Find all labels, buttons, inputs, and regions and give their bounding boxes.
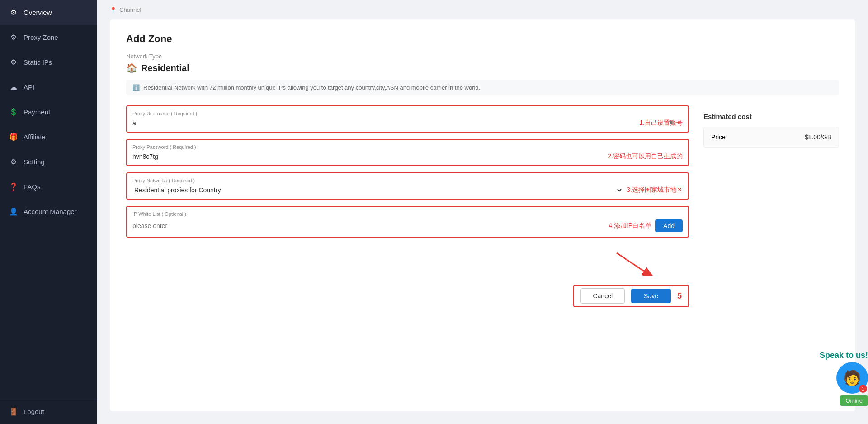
- price-label: Price: [711, 133, 726, 141]
- info-text: Residential Network with 72 million mont…: [143, 84, 480, 91]
- bottom-actions: Cancel Save 5: [126, 285, 689, 307]
- chat-widget[interactable]: Speak to us! 🧑 1 Online: [820, 351, 868, 406]
- cost-row: Price $8.00/GB: [703, 127, 839, 148]
- whitelist-hint: 4.添加IP白名单: [609, 222, 651, 230]
- api-icon: ☁: [9, 83, 18, 91]
- save-button[interactable]: Save: [631, 289, 671, 303]
- sidebar-item-api[interactable]: ☁ API: [0, 75, 97, 100]
- username-field-group: Proxy Username ( Required ) 1.自己设置账号: [126, 105, 689, 133]
- password-input[interactable]: [132, 153, 604, 160]
- add-zone-card: Add Zone Network Type 🏠 Residential ℹ️ R…: [110, 19, 855, 411]
- main-content: 📍 Channel Add Zone Network Type 🏠 Reside…: [97, 0, 868, 424]
- sidebar-item-logout[interactable]: 🚪 Logout: [0, 399, 97, 424]
- sidebar-item-affiliate[interactable]: 🎁 Affiliate: [0, 124, 97, 149]
- sidebar-item-static-ips[interactable]: ⚙ Static IPs: [0, 50, 97, 75]
- chat-label: Speak to us!: [820, 351, 868, 360]
- add-whitelist-button[interactable]: Add: [655, 219, 683, 232]
- networks-select[interactable]: Residential proxies for Country: [132, 186, 623, 194]
- whitelist-field-group: IP White List ( Optional ) 4.添加IP白名单 Add: [126, 206, 689, 238]
- sidebar-item-overview[interactable]: ⚙ Overview: [0, 0, 97, 25]
- whitelist-input-row: 4.添加IP白名单 Add: [132, 219, 683, 232]
- username-input-row: 1.自己设置账号: [132, 119, 683, 127]
- breadcrumb-icon: 📍: [110, 7, 117, 13]
- static-ips-icon: ⚙: [9, 58, 18, 67]
- save-area-box: Cancel Save 5: [573, 285, 689, 307]
- networks-hint: 3.选择国家城市地区: [627, 186, 683, 194]
- sidebar-label-api: API: [24, 83, 34, 91]
- form-columns: Proxy Username ( Required ) 1.自己设置账号 Pro…: [126, 105, 839, 307]
- residential-icon: 🏠: [126, 62, 137, 73]
- networks-field-group: Proxy Networks ( Required ) Residential …: [126, 172, 689, 200]
- sidebar-label-setting: Setting: [24, 158, 45, 166]
- proxy-zone-icon: ⚙: [9, 33, 18, 42]
- username-label: Proxy Username ( Required ): [132, 111, 683, 116]
- logout-icon: 🚪: [9, 407, 18, 416]
- form-right: Estimated cost Price $8.00/GB: [703, 105, 839, 307]
- annotation-area: [126, 244, 689, 276]
- info-icon: ℹ️: [132, 84, 140, 91]
- breadcrumb-text: Channel: [119, 6, 141, 13]
- sidebar-label-payment: Payment: [24, 108, 50, 116]
- chat-online[interactable]: Online: [840, 395, 868, 406]
- breadcrumb: 📍 Channel: [97, 0, 868, 19]
- chat-avatar[interactable]: 🧑 1: [836, 362, 868, 394]
- networks-label: Proxy Networks ( Required ): [132, 178, 683, 183]
- whitelist-label: IP White List ( Optional ): [132, 211, 683, 217]
- faqs-icon: ❓: [9, 182, 18, 191]
- network-type-row: 🏠 Residential: [126, 62, 839, 73]
- networks-input-row: Residential proxies for Country 3.选择国家城市…: [132, 186, 683, 194]
- sidebar-label-affiliate: Affiliate: [24, 133, 46, 141]
- chat-badge: 1: [859, 385, 867, 393]
- svg-line-1: [617, 253, 644, 271]
- network-name: Residential: [141, 63, 189, 73]
- sidebar-label-faqs: FAQs: [24, 183, 41, 191]
- sidebar-item-faqs[interactable]: ❓ FAQs: [0, 174, 97, 199]
- page-title: Add Zone: [126, 33, 839, 45]
- setting-icon: ⚙: [9, 157, 18, 166]
- sidebar-item-payment[interactable]: 💲 Payment: [0, 100, 97, 124]
- password-label: Proxy Password ( Required ): [132, 144, 683, 150]
- network-type-label: Network Type: [126, 53, 839, 60]
- sidebar: ⚙ Overview ⚙ Proxy Zone ⚙ Static IPs ☁ A…: [0, 0, 97, 424]
- sidebar-label-account-manager: Account Manager: [24, 208, 77, 215]
- whitelist-input[interactable]: [132, 222, 605, 229]
- account-manager-icon: 👤: [9, 207, 18, 216]
- payment-icon: 💲: [9, 108, 18, 116]
- overview-icon: ⚙: [9, 8, 18, 17]
- username-input[interactable]: [132, 119, 636, 127]
- cost-title: Estimated cost: [703, 113, 839, 120]
- form-left: Proxy Username ( Required ) 1.自己设置账号 Pro…: [126, 105, 689, 307]
- affiliate-icon: 🎁: [9, 133, 18, 141]
- password-hint: 2.密码也可以用自己生成的: [608, 152, 683, 161]
- sidebar-item-proxy-zone[interactable]: ⚙ Proxy Zone: [0, 25, 97, 50]
- sidebar-label-overview: Overview: [24, 9, 52, 16]
- step-number: 5: [677, 291, 682, 301]
- sidebar-label-static-ips: Static IPs: [24, 58, 52, 66]
- price-value: $8.00/GB: [805, 133, 831, 141]
- cost-section: Estimated cost Price $8.00/GB: [703, 105, 839, 148]
- password-field-group: Proxy Password ( Required ) 2.密码也可以用自己生成…: [126, 139, 689, 166]
- username-hint: 1.自己设置账号: [639, 119, 683, 127]
- sidebar-item-setting[interactable]: ⚙ Setting: [0, 149, 97, 174]
- sidebar-item-account-manager[interactable]: 👤 Account Manager: [0, 199, 97, 224]
- cancel-button[interactable]: Cancel: [580, 288, 625, 304]
- sidebar-label-logout: Logout: [24, 408, 44, 415]
- info-banner: ℹ️ Residential Network with 72 million m…: [126, 80, 839, 95]
- arrow-annotation: [608, 248, 662, 276]
- password-input-row: 2.密码也可以用自己生成的: [132, 152, 683, 161]
- sidebar-label-proxy-zone: Proxy Zone: [24, 33, 58, 41]
